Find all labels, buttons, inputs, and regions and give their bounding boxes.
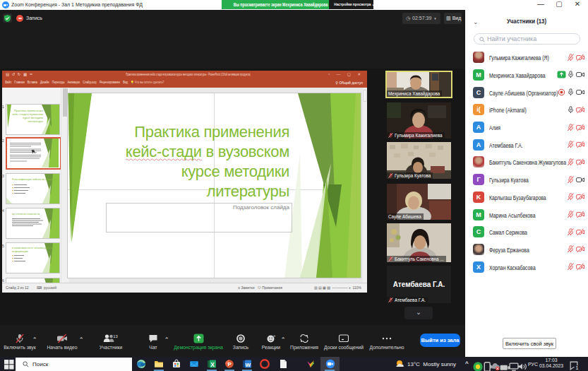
- svg-text:информации: информации: [12, 250, 28, 253]
- svg-text:X: X: [210, 361, 215, 368]
- svg-text:13: 13: [113, 334, 118, 338]
- svg-text:литературы: литературы: [28, 119, 43, 123]
- svg-text:по степени сложности: по степени сложности: [12, 213, 40, 216]
- svg-text:W: W: [246, 362, 251, 368]
- svg-text:в зависимости от объема данной: в зависимости от объема данной: [12, 247, 54, 249]
- svg-text:P: P: [228, 361, 232, 367]
- svg-text:1: 1: [575, 365, 578, 370]
